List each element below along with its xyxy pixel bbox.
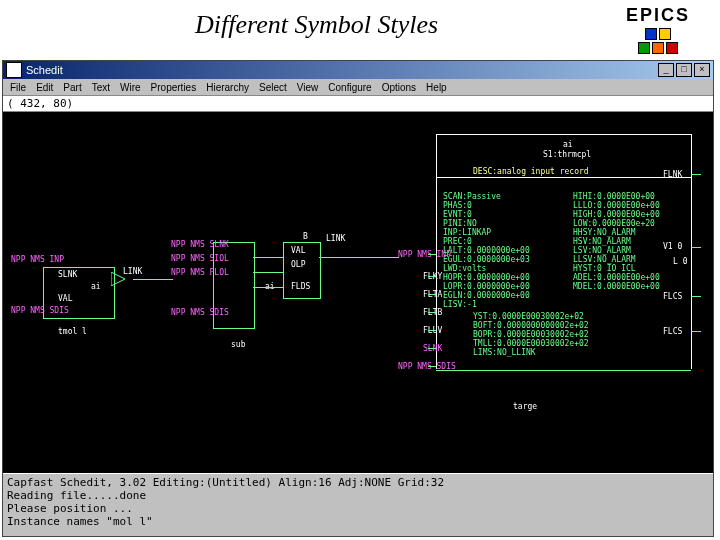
sb-sub: sub [231, 340, 245, 349]
menu-file[interactable]: File [7, 82, 29, 93]
record-desc-divider [436, 177, 691, 178]
pin-flnk-r1: FLNK [663, 170, 682, 179]
menu-part[interactable]: Part [60, 82, 84, 93]
sb-pin3: NPP NMS FLOL [171, 268, 229, 277]
window-title: Schedit [26, 64, 658, 76]
sb-pin1: NPP NMS SLNK [171, 240, 229, 249]
pin-stub-4 [428, 312, 436, 313]
epics-logo: EPICS [626, 5, 690, 54]
sb-pin2: NPP NMS SIOL [171, 254, 229, 263]
menu-view[interactable]: View [294, 82, 322, 93]
maximize-button[interactable]: □ [676, 63, 692, 77]
status-line-3: Please position ... [7, 502, 709, 515]
pin-flcs: FLCS [663, 292, 682, 301]
pin-v1: V1 0 [663, 242, 682, 251]
pin-stub-3 [428, 294, 436, 295]
status-line-2: Reading file.....done [7, 489, 709, 502]
pin-stub-r3 [691, 296, 701, 297]
app-window: Schedit _ □ × File Edit Part Text Wire P… [2, 60, 714, 537]
sa-pin-sdis: NPP NMS SDIS [11, 306, 69, 315]
record-top-border [436, 134, 691, 135]
sa-out-arrow [111, 272, 135, 286]
pin-stub-1 [428, 254, 436, 255]
menubar: File Edit Part Text Wire Properties Hier… [3, 79, 713, 96]
menu-options[interactable]: Options [379, 82, 419, 93]
wire-b-internal-1 [253, 257, 283, 258]
menu-hierarchy[interactable]: Hierarchy [203, 82, 252, 93]
menu-configure[interactable]: Configure [325, 82, 374, 93]
menu-help[interactable]: Help [423, 82, 450, 93]
props-col1: SCAN:Passive PHAS:0 EVNT:0 PINI:NO INP:L… [443, 192, 530, 309]
menu-text[interactable]: Text [89, 82, 113, 93]
coord-bar: ( 432, 80) [3, 96, 713, 112]
pin-stub-r2 [691, 247, 701, 248]
pin-flcs2: FLCS [663, 327, 682, 336]
wire-b-to-big [319, 257, 399, 258]
menu-select[interactable]: Select [256, 82, 290, 93]
schematic-canvas[interactable]: ai S1:thrmcpl DESC:analog input record S… [3, 112, 713, 477]
pin-stub-2 [428, 276, 436, 277]
status-line-4: Instance names "mol l" [7, 515, 709, 528]
pin-stub-6 [428, 348, 436, 349]
menu-properties[interactable]: Properties [148, 82, 200, 93]
sb-link: LINK [326, 234, 345, 243]
sa-slnk: SLNK [58, 270, 77, 279]
menu-edit[interactable]: Edit [33, 82, 56, 93]
sa-pin-inp: NPP NMS INP [11, 255, 64, 264]
props-lower: YST:0.0000E00030002e+02 BOFT:0.000000000… [473, 312, 589, 357]
minimize-button[interactable]: _ [658, 63, 674, 77]
pin-stub-7 [428, 366, 436, 367]
pin-stub-5 [428, 330, 436, 331]
status-area: Capfast Schedit, 3.02 Editing:(Untitled)… [3, 473, 713, 536]
titlebar: Schedit _ □ × [3, 61, 713, 79]
record-desc: DESC:analog input record [473, 167, 589, 176]
status-line-1: Capfast Schedit, 3.02 Editing:(Untitled)… [7, 476, 709, 489]
svg-marker-0 [111, 272, 125, 286]
pin-stub-r1 [691, 174, 701, 175]
wire-b-internal-2 [253, 272, 283, 273]
record-right-border [691, 134, 692, 369]
sa-ai: ai [91, 282, 101, 291]
props-col2: HIHI:0.0000E00+00 LLLO:0.0000E00e+00 HIG… [573, 192, 660, 291]
pin-l0: L 0 [673, 257, 687, 266]
record-instance: S1:thrmcpl [543, 150, 591, 159]
slide-title: Different Symbol Styles [195, 10, 438, 40]
menu-wire[interactable]: Wire [117, 82, 144, 93]
record-bottom-border [436, 370, 691, 371]
epics-color-boxes-2 [626, 42, 690, 54]
wire-b-internal-3 [253, 287, 283, 288]
sa-tmol: tmol l [58, 327, 87, 336]
close-button[interactable]: × [694, 63, 710, 77]
sb-pin4: NPP NMS SDIS [171, 308, 229, 317]
pin-inp: NPP NMS INP [398, 250, 451, 259]
sa-val: VAL [58, 294, 72, 303]
sb-flds: FLDS [291, 282, 310, 291]
sb-b: B [303, 232, 308, 241]
app-icon [6, 62, 22, 78]
targe-label: targe [513, 402, 537, 411]
record-name: ai [563, 140, 573, 149]
epics-color-boxes [626, 28, 690, 40]
epics-logo-text: EPICS [626, 5, 690, 26]
sb-val: VAL [291, 246, 305, 255]
sb-olp: OLP [291, 260, 305, 269]
pin-stub-r4 [691, 331, 701, 332]
wire-a-to-b [133, 279, 173, 280]
